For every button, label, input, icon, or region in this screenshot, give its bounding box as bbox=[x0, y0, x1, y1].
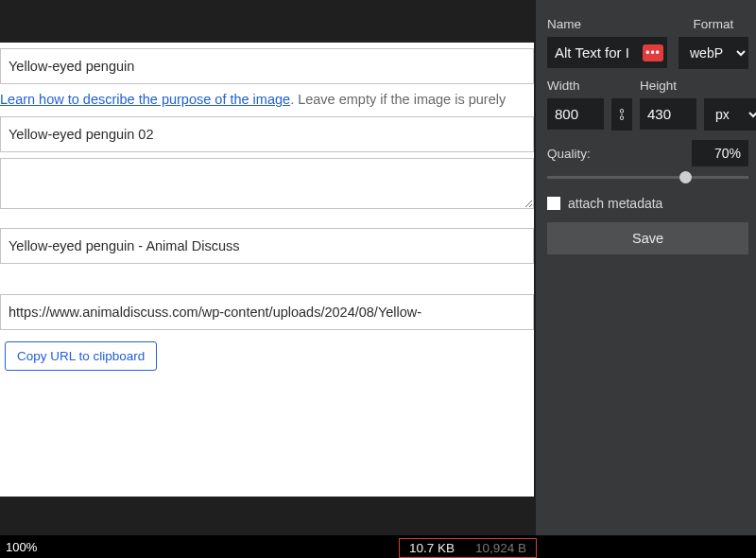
caption-input[interactable] bbox=[0, 158, 534, 209]
alt-text-help: Learn how to describe the purpose of the… bbox=[0, 84, 534, 116]
alt-text-input[interactable] bbox=[0, 48, 534, 84]
quality-value: 70% bbox=[692, 140, 748, 166]
media-details-panel: Learn how to describe the purpose of the… bbox=[0, 43, 534, 497]
height-input[interactable] bbox=[640, 98, 696, 130]
name-label: Name bbox=[547, 17, 667, 31]
export-panel: Name ••• Format webP Width Height bbox=[536, 0, 756, 539]
zoom-level: 100% bbox=[0, 537, 43, 557]
unit-select[interactable]: px bbox=[704, 98, 756, 131]
attach-metadata-label: attach metadata bbox=[568, 196, 662, 211]
title-input[interactable] bbox=[0, 116, 534, 152]
file-size-kb: 10.7 KB bbox=[409, 541, 455, 555]
copy-url-button[interactable]: Copy URL to clipboard bbox=[5, 341, 157, 371]
quality-slider[interactable] bbox=[547, 176, 748, 179]
file-size-bytes: 10,924 B bbox=[475, 541, 526, 555]
width-input[interactable] bbox=[547, 98, 604, 130]
description-input[interactable] bbox=[0, 228, 534, 264]
alt-text-help-trailing: . Leave empty if the image is purely bbox=[290, 92, 506, 107]
attach-metadata-checkbox[interactable] bbox=[547, 197, 560, 210]
save-button[interactable]: Save bbox=[547, 222, 748, 254]
format-label: Format bbox=[679, 17, 748, 31]
name-overflow-indicator[interactable]: ••• bbox=[643, 44, 663, 61]
height-label: Height bbox=[640, 78, 696, 93]
width-label: Width bbox=[547, 78, 604, 93]
file-size-indicator: 10.7 KB 10,924 B bbox=[399, 538, 537, 558]
alt-text-help-link[interactable]: Learn how to describe the purpose of the… bbox=[0, 92, 290, 107]
attach-metadata-row[interactable]: attach metadata bbox=[547, 196, 748, 211]
aspect-lock-icon[interactable] bbox=[611, 98, 632, 131]
file-url-input[interactable] bbox=[0, 294, 534, 330]
quality-label: Quality: bbox=[547, 147, 591, 161]
format-select[interactable]: webP bbox=[679, 37, 748, 69]
status-bar: 100% 10.7 KB 10,924 B bbox=[0, 535, 756, 558]
